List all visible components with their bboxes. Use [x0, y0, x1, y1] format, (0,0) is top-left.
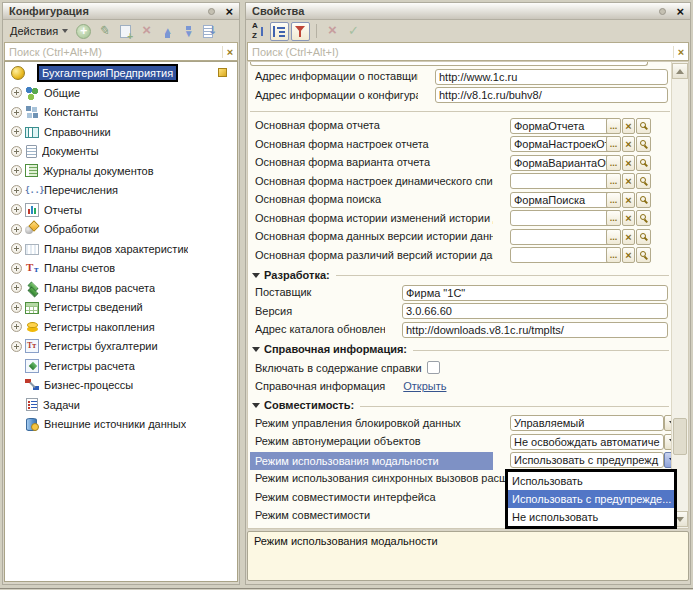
dropdown-option[interactable]: Использовать	[508, 472, 674, 490]
clear-button[interactable]: ×	[622, 173, 635, 189]
edit-button[interactable]	[95, 22, 114, 41]
property-row[interactable]: Режим автонумерации объектовНе освобожда…	[248, 433, 672, 452]
property-value-field[interactable]: ФормаПоиска	[510, 192, 618, 208]
collapse-triangle-icon[interactable]	[252, 273, 260, 278]
tree-item[interactable]: Справочники	[5, 122, 237, 142]
expand-plus-icon[interactable]	[11, 185, 22, 196]
clear-button[interactable]: ×	[622, 192, 635, 208]
property-value-field[interactable]	[510, 229, 618, 245]
property-row[interactable]: ПоставщикФирма "1С"	[248, 284, 672, 303]
open-button[interactable]	[636, 118, 651, 134]
tree-item[interactable]: Документы	[5, 142, 237, 162]
property-row[interactable]: Версия3.0.66.60	[248, 303, 672, 322]
open-button[interactable]	[636, 210, 651, 226]
checkbox[interactable]	[427, 361, 440, 374]
filter-button[interactable]	[291, 22, 310, 41]
tree-view-button[interactable]	[270, 22, 289, 41]
clear-button[interactable]: ×	[622, 118, 635, 134]
property-row[interactable]: Основная форма данных версии истории дан…	[248, 228, 672, 247]
close-icon[interactable]: ×	[674, 5, 686, 18]
add-button[interactable]	[74, 22, 93, 41]
properties-scrollbar[interactable]	[671, 62, 688, 528]
move-down-button[interactable]	[179, 22, 198, 41]
choose-button[interactable]: ...	[606, 155, 621, 171]
dropdown-option[interactable]: Не использовать	[508, 508, 674, 526]
tree-item[interactable]: Общие	[5, 83, 237, 103]
property-value-field[interactable]: http://v8.1c.ru/buhv8/	[435, 87, 668, 103]
expand-plus-icon[interactable]	[11, 165, 22, 176]
clear-button[interactable]: ×	[622, 247, 635, 263]
choose-button[interactable]: ...	[606, 210, 621, 226]
expand-plus-icon[interactable]	[11, 126, 22, 137]
apply-button[interactable]	[344, 22, 363, 41]
choose-button[interactable]: ...	[606, 118, 621, 134]
property-row[interactable]: Основная форма истории изменений истории…	[248, 210, 672, 229]
property-value-field[interactable]: Управляемый	[510, 415, 664, 431]
scrollbar-thumb[interactable]	[673, 418, 687, 455]
delete-button[interactable]	[137, 22, 156, 41]
clear-button[interactable]: ×	[622, 210, 635, 226]
section-header[interactable]: Справочная информация:	[248, 340, 672, 359]
property-row[interactable]: Адрес информации о конфигурацииhttp://v8…	[248, 87, 672, 106]
clear-button[interactable]: ×	[622, 136, 635, 152]
sort-button[interactable]	[200, 22, 219, 41]
property-row[interactable]: Адрес каталога обновленийhttp://download…	[248, 321, 672, 340]
tree-item[interactable]: Планы счетов	[5, 259, 237, 279]
tree-item[interactable]: Обработки	[5, 220, 237, 240]
tree-root-row[interactable]: БухгалтерияПредприятия	[5, 62, 237, 83]
properties-search-input[interactable]	[248, 46, 673, 58]
property-value-field[interactable]	[510, 210, 618, 226]
expand-plus-icon[interactable]	[11, 282, 22, 293]
tree-item[interactable]: Планы видов расчета	[5, 278, 237, 298]
open-button[interactable]	[636, 229, 651, 245]
property-row[interactable]: Основная форма варианта отчетаФормаВариа…	[248, 154, 672, 173]
expand-plus-icon[interactable]	[11, 204, 22, 215]
expand-plus-icon[interactable]	[11, 321, 22, 332]
expand-plus-icon[interactable]	[11, 243, 22, 254]
clear-search-icon[interactable]: ×	[222, 46, 237, 58]
move-up-button[interactable]	[158, 22, 177, 41]
choose-button[interactable]: ...	[606, 136, 621, 152]
tree-item[interactable]: Внешние источники данных	[5, 415, 237, 435]
choose-button[interactable]: ...	[606, 173, 621, 189]
tree-item[interactable]: Журналы документов	[5, 161, 237, 181]
tree-item[interactable]: Регистры расчета	[5, 356, 237, 376]
property-value-field[interactable]: ФормаНастроекОтчет	[510, 136, 618, 152]
choose-button[interactable]: ...	[606, 192, 621, 208]
property-value-field[interactable]: http://www.1c.ru	[435, 69, 668, 85]
configuration-search-input[interactable]	[5, 46, 222, 58]
expand-plus-icon[interactable]	[11, 87, 22, 98]
expand-plus-icon[interactable]	[11, 341, 22, 352]
tree-item[interactable]: Регистры бухгалтерии	[5, 337, 237, 357]
clear-button[interactable]: ×	[622, 229, 635, 245]
pin-icon[interactable]	[208, 8, 215, 15]
tree-item[interactable]: Задачи	[5, 395, 237, 415]
property-value-field[interactable]: Не освобождать автоматиче	[510, 434, 664, 450]
pin-icon[interactable]	[659, 8, 666, 15]
delete-button[interactable]	[323, 22, 342, 41]
collapse-triangle-icon[interactable]	[252, 347, 260, 352]
clear-button[interactable]: ×	[622, 155, 635, 171]
property-value-field[interactable]: Фирма "1С"	[402, 285, 668, 301]
open-button[interactable]	[636, 155, 651, 171]
property-row[interactable]: Основная форма настроек динамического сп…	[248, 173, 672, 192]
tree-item[interactable]: Бизнес-процессы	[5, 376, 237, 396]
close-icon[interactable]: ×	[223, 5, 235, 18]
property-row[interactable]: Основная форма отчетаФормаОтчета...×	[248, 117, 672, 136]
property-value-field[interactable]	[510, 247, 618, 263]
expand-plus-icon[interactable]	[11, 224, 22, 235]
open-link[interactable]: Открыть	[403, 380, 446, 392]
property-value-field[interactable]: ФормаВариантаОтчет	[510, 155, 618, 171]
property-value-field[interactable]: 3.0.66.60	[402, 303, 668, 319]
property-value-field[interactable]	[510, 173, 618, 189]
property-row[interactable]: Основная форма различий версий истории д…	[248, 247, 672, 266]
property-value-field[interactable]: ФормаОтчета	[510, 118, 618, 134]
expand-plus-icon[interactable]	[11, 146, 22, 157]
tree-item[interactable]: Константы	[5, 103, 237, 123]
actions-menu-button[interactable]: Действия	[6, 23, 72, 39]
choose-button[interactable]: ...	[606, 247, 621, 263]
tree-root-label[interactable]: БухгалтерияПредприятия	[37, 64, 178, 82]
copy-button[interactable]	[116, 22, 135, 41]
property-value-field[interactable]: Использовать с предупрежд	[510, 452, 664, 468]
clear-search-icon[interactable]: ×	[673, 46, 688, 58]
